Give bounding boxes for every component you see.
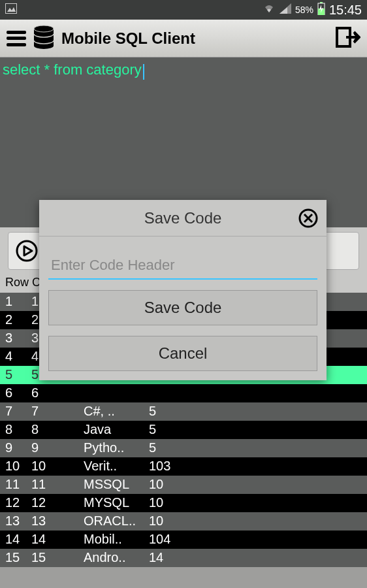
table-row[interactable]: 1414Mobil..104	[0, 531, 367, 549]
text-cursor	[143, 64, 144, 80]
cell-value: 10	[146, 476, 199, 494]
cell-value: 104	[146, 531, 199, 549]
status-bar: 58% 15:45	[0, 0, 367, 20]
cell-id: 11	[29, 476, 81, 494]
cell-name: Mobil..	[81, 531, 146, 549]
bottom-nav-bar	[0, 567, 367, 588]
svg-marker-13	[24, 246, 32, 255]
battery-percent: 58%	[295, 5, 313, 15]
save-code-dialog: Save Code Save Code Cancel	[39, 200, 327, 380]
row-number: 5	[3, 366, 29, 384]
cell-id: 14	[29, 531, 81, 549]
dialog-title: Save Code	[144, 209, 222, 227]
svg-point-12	[17, 241, 37, 261]
row-number: 15	[3, 549, 29, 567]
row-number: 6	[3, 384, 29, 402]
row-number: 13	[3, 512, 29, 531]
row-number: 9	[3, 439, 29, 457]
cell-id: 15	[29, 549, 81, 567]
cell-value: 5	[146, 421, 199, 439]
row-number: 12	[3, 494, 29, 512]
table-header-label: Row C	[3, 274, 43, 293]
cell-id: 8	[29, 421, 81, 439]
row-number: 7	[3, 402, 29, 421]
close-icon[interactable]	[298, 208, 319, 229]
cell-id: 12	[29, 494, 81, 512]
dialog-header: Save Code	[39, 200, 327, 237]
row-number: 2	[3, 311, 29, 329]
gallery-icon	[5, 3, 17, 16]
row-number: 1	[3, 293, 29, 311]
save-code-button[interactable]: Save Code	[48, 290, 317, 325]
menu-icon[interactable]	[7, 31, 26, 46]
svg-rect-0	[5, 3, 17, 14]
table-row[interactable]: 1010Verit..103	[0, 457, 367, 476]
cell-id: 9	[29, 439, 81, 457]
cell-value: 10	[146, 512, 199, 531]
row-number: 10	[3, 457, 29, 476]
row-number: 8	[3, 421, 29, 439]
cell-id: 7	[29, 402, 81, 421]
app-title: Mobile SQL Client	[61, 29, 195, 48]
cell-name: ORACL..	[81, 512, 146, 531]
cancel-button[interactable]: Cancel	[48, 336, 317, 371]
cell-value: 103	[146, 457, 199, 476]
table-row[interactable]: 1212MYSQL10	[0, 494, 367, 512]
cell-id: 13	[29, 512, 81, 531]
cell-name: Java	[81, 421, 146, 439]
app-header: Mobile SQL Client	[0, 20, 367, 57]
cell-value: 5	[146, 439, 199, 457]
table-row[interactable]: 66	[0, 384, 367, 402]
status-time: 15:45	[329, 3, 362, 18]
cell-name: Pytho..	[81, 439, 146, 457]
database-icon[interactable]	[33, 25, 55, 52]
row-number: 14	[3, 531, 29, 549]
cell-id: 10	[29, 457, 81, 476]
cell-value: 14	[146, 549, 199, 567]
cell-value: 10	[146, 494, 199, 512]
cell-id: 6	[29, 384, 81, 402]
code-header-input[interactable]	[48, 252, 317, 280]
cell-name	[81, 384, 146, 402]
table-row[interactable]: 1111MSSQL10	[0, 476, 367, 494]
query-text: select * from category	[3, 61, 142, 78]
cell-name: C#, ..	[81, 402, 146, 421]
table-row[interactable]: 88Java5	[0, 421, 367, 439]
exit-icon[interactable]	[334, 24, 360, 53]
row-number: 3	[3, 329, 29, 348]
table-row[interactable]: 77C#, ..5	[0, 402, 367, 421]
table-row[interactable]: 99Pytho..5	[0, 439, 367, 457]
cell-value	[146, 384, 199, 402]
cell-name: Verit..	[81, 457, 146, 476]
battery-icon	[317, 2, 325, 18]
table-row[interactable]: 1313ORACL..10	[0, 512, 367, 531]
cell-name: MSSQL	[81, 476, 146, 494]
cell-name: MYSQL	[81, 494, 146, 512]
signal-icon	[279, 3, 291, 16]
row-number: 11	[3, 476, 29, 494]
svg-marker-1	[7, 7, 16, 12]
cell-value: 5	[146, 402, 199, 421]
table-row[interactable]: 1515Andro..14	[0, 549, 367, 567]
cell-name: Andro..	[81, 549, 146, 567]
row-number: 4	[3, 348, 29, 366]
wifi-icon	[263, 3, 276, 16]
